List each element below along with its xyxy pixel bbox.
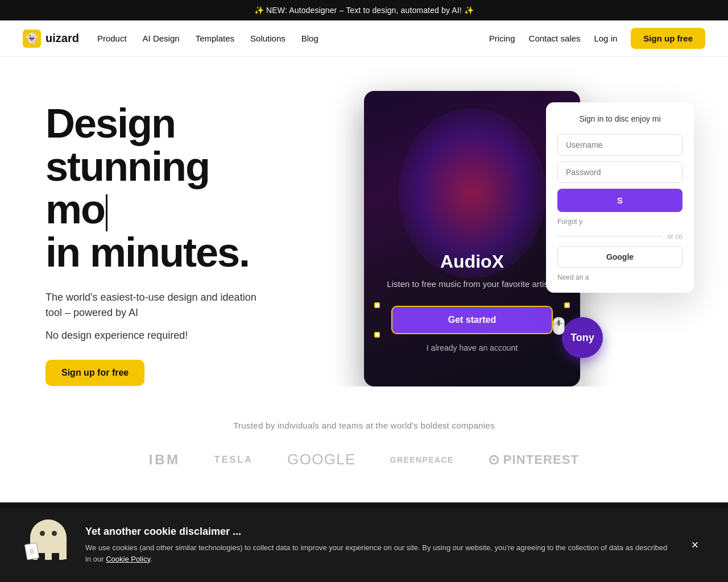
nav-right: Pricing Contact sales Log in Sign up fre… <box>489 28 705 49</box>
logo-greenpeace: GREENPEACE <box>390 455 454 464</box>
trusted-section: Trusted by individuals and teams at the … <box>0 386 728 502</box>
signin-mockup: Sign in to disc enjoy mi S Forgot y or c… <box>546 102 694 293</box>
announcement-bar: ✨ NEW: Autodesigner – Text to design, au… <box>0 0 728 20</box>
cookie-close-button[interactable]: × <box>685 535 705 537</box>
hero-subtitle: The world's easiest-to-use design and id… <box>46 290 273 321</box>
logo-text: uizard <box>46 32 79 45</box>
hero-right: AudioX Listen to free music from your fa… <box>364 91 682 386</box>
signup-button[interactable]: Sign up free <box>631 28 705 49</box>
logo-icon: 👻 <box>23 30 41 48</box>
logo-google: Google <box>287 451 356 468</box>
nav-link-contact-sales[interactable]: Contact sales <box>529 34 581 43</box>
hero-title: Design stunning mo in minutes. <box>46 102 341 274</box>
cookie-banner: 📋 Yet another cookie disclaimer ... We u… <box>0 508 728 537</box>
logo-pinterest: ⊙ Pinterest <box>488 452 579 468</box>
signin-divider: or co <box>557 232 682 240</box>
nav-left: 👻 uizard Product AI Design Templates Sol… <box>23 30 318 48</box>
audiox-get-started-button[interactable]: Get started <box>391 306 553 334</box>
nav-link-product[interactable]: Product <box>97 34 127 43</box>
hero-cta-button[interactable]: Sign up for free <box>46 360 144 386</box>
pinterest-text: Pinterest <box>503 452 579 467</box>
cookie-text: Yet another cookie disclaimer ... We use… <box>85 526 673 537</box>
hero-left: Design stunning mo in minutes. The world… <box>46 91 341 386</box>
nav-links: Product AI Design Templates Solutions Bl… <box>97 34 318 44</box>
logo[interactable]: 👻 uizard <box>23 30 79 48</box>
hero-section: Design stunning mo in minutes. The world… <box>0 57 728 386</box>
logo-ibm: IBM <box>149 452 180 468</box>
nav-link-solutions[interactable]: Solutions <box>250 34 286 43</box>
cookie-ghost-illustration: 📋 <box>23 519 74 537</box>
selection-handle-tl <box>374 302 380 308</box>
signin-title: Sign in to disc enjoy mi <box>557 114 682 125</box>
navbar: 👻 uizard Product AI Design Templates Sol… <box>0 20 728 57</box>
nav-link-blog[interactable]: Blog <box>301 34 318 43</box>
logo-tesla: TESLA <box>214 455 253 465</box>
divider-line-left <box>557 236 663 236</box>
nav-link-login[interactable]: Log in <box>594 34 617 43</box>
signin-submit-button[interactable]: S <box>557 189 682 212</box>
nav-link-pricing[interactable]: Pricing <box>489 34 515 43</box>
signin-forgot: Forgot y <box>557 218 682 226</box>
hero-no-experience: No design experience required! <box>46 330 341 342</box>
signin-password-input[interactable] <box>557 161 682 183</box>
nav-link-ai-design[interactable]: AI Design <box>143 34 180 43</box>
nav-link-templates[interactable]: Templates <box>196 34 234 43</box>
signin-google-button[interactable]: Google <box>557 246 682 268</box>
divider-or: or co <box>667 232 682 240</box>
audiox-account-button[interactable]: I already have an account <box>364 343 580 352</box>
signin-need-account: Need an a <box>557 273 682 281</box>
selection-handle-bl <box>374 332 380 338</box>
cursor-pointer-icon: 🖱️ <box>549 317 569 335</box>
announcement-text: ✨ NEW: Autodesigner – Text to design, au… <box>254 6 474 15</box>
cookie-title: Yet another cookie disclaimer ... <box>85 526 673 537</box>
pinterest-icon: ⊙ <box>488 452 500 468</box>
signin-username-input[interactable] <box>557 134 682 156</box>
company-logos: IBM TESLA Google GREENPEACE ⊙ Pinterest <box>46 451 682 468</box>
text-cursor <box>106 194 107 231</box>
selection-handle-tr <box>564 302 570 308</box>
trusted-label: Trusted by individuals and teams at the … <box>46 421 682 430</box>
